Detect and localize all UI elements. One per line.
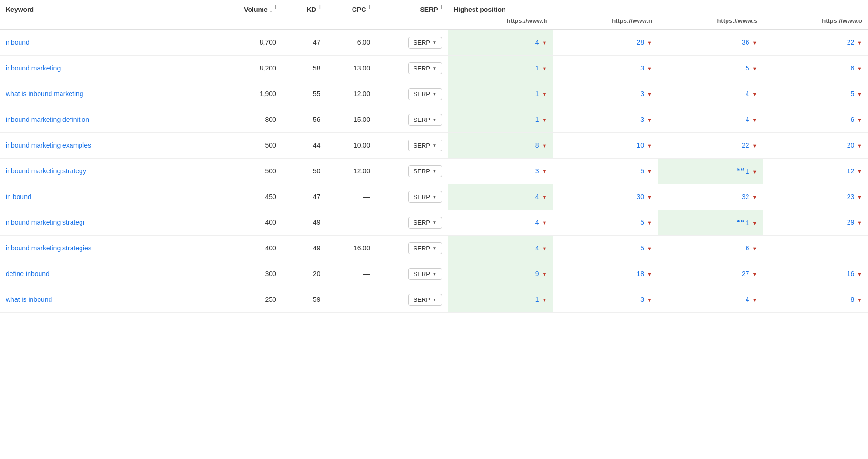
position-arrow: ▼ — [752, 66, 757, 71]
position-cell-4[interactable]: 5 ▼ — [763, 81, 868, 107]
serp-dropdown-arrow: ▼ — [432, 220, 437, 225]
position-cell-3[interactable]: ❝❝1 ▼ — [658, 210, 763, 235]
keyword-cell[interactable]: define inbound — [0, 261, 210, 287]
position-value: 3 — [640, 64, 644, 72]
keyword-cell[interactable]: inbound marketing examples — [0, 132, 210, 158]
col-header-serp[interactable]: SERP i — [376, 0, 448, 14]
position-cell-2[interactable]: 10 ▼ — [553, 132, 657, 158]
serp-cell[interactable]: SERP ▼ — [376, 158, 448, 184]
keyword-cell[interactable]: inbound marketing strategies — [0, 235, 210, 261]
position-cell-3[interactable]: ❝❝1 ▼ — [658, 158, 763, 184]
serp-cell[interactable]: SERP ▼ — [376, 107, 448, 132]
position-cell-1[interactable]: 1 ▼ — [448, 55, 553, 81]
position-cell-3[interactable]: 36 ▼ — [658, 30, 763, 56]
position-cell-1[interactable]: 8 ▼ — [448, 132, 553, 158]
keyword-cell[interactable]: inbound marketing strategy — [0, 158, 210, 184]
position-cell-1[interactable]: 9 ▼ — [448, 261, 553, 287]
position-cell-1[interactable]: 3 ▼ — [448, 158, 553, 184]
serp-button[interactable]: SERP ▼ — [408, 37, 442, 49]
position-cell-4[interactable]: 8 ▼ — [763, 287, 868, 312]
serp-button[interactable]: SERP ▼ — [408, 62, 442, 74]
position-cell-2[interactable]: 3 ▼ — [553, 287, 657, 312]
serp-button[interactable]: SERP ▼ — [408, 114, 442, 126]
serp-button-label: SERP — [414, 90, 430, 98]
serp-button[interactable]: SERP ▼ — [408, 268, 442, 280]
position-cell-1[interactable]: 1 ▼ — [448, 287, 553, 312]
position-cell-2[interactable]: 3 ▼ — [553, 81, 657, 107]
position-cell-4[interactable]: — — [763, 235, 868, 261]
keyword-cell[interactable]: what is inbound — [0, 287, 210, 312]
position-cell-2[interactable]: 18 ▼ — [553, 261, 657, 287]
position-cell-4[interactable]: 23 ▼ — [763, 184, 868, 210]
position-value: 1 — [535, 116, 539, 123]
col-header-kd[interactable]: KD i — [282, 0, 326, 14]
position-arrow: ▼ — [647, 143, 652, 149]
position-cell-3[interactable]: 4 ▼ — [658, 81, 763, 107]
position-value: 6 — [746, 244, 749, 252]
serp-button[interactable]: SERP ▼ — [408, 140, 442, 151]
serp-cell[interactable]: SERP ▼ — [376, 287, 448, 312]
keyword-cell[interactable]: in bound — [0, 184, 210, 210]
keyword-cell[interactable]: inbound — [0, 30, 210, 56]
position-cell-2[interactable]: 5 ▼ — [553, 235, 657, 261]
col-header-cpc[interactable]: CPC i — [326, 0, 376, 14]
table-row: inbound8,700476.00SERP ▼4 ▼28 ▼36 ▼22 ▼ — [0, 30, 868, 56]
serp-cell[interactable]: SERP ▼ — [376, 132, 448, 158]
position-cell-2[interactable]: 3 ▼ — [553, 55, 657, 81]
serp-button[interactable]: SERP ▼ — [408, 165, 442, 177]
serp-button[interactable]: SERP ▼ — [408, 242, 442, 254]
cpc-cell: 13.00 — [326, 55, 376, 81]
position-cell-3[interactable]: 6 ▼ — [658, 235, 763, 261]
position-cell-1[interactable]: 4 ▼ — [448, 184, 553, 210]
position-cell-3[interactable]: 5 ▼ — [658, 55, 763, 81]
position-cell-2[interactable]: 3 ▼ — [553, 107, 657, 132]
position-cell-3[interactable]: 22 ▼ — [658, 132, 763, 158]
position-cell-1[interactable]: 1 ▼ — [448, 81, 553, 107]
position-cell-3[interactable]: 4 ▼ — [658, 107, 763, 132]
position-cell-2[interactable]: 30 ▼ — [553, 184, 657, 210]
position-value: 4 — [535, 244, 539, 252]
position-cell-4[interactable]: 6 ▼ — [763, 107, 868, 132]
keyword-cell[interactable]: inbound marketing strategi — [0, 210, 210, 235]
position-cell-2[interactable]: 5 ▼ — [553, 158, 657, 184]
volume-cell: 400 — [210, 235, 282, 261]
serp-button[interactable]: SERP ▼ — [408, 294, 442, 306]
table-body: inbound8,700476.00SERP ▼4 ▼28 ▼36 ▼22 ▼i… — [0, 30, 868, 313]
serp-cell[interactable]: SERP ▼ — [376, 184, 448, 210]
position-value: 1 — [535, 64, 539, 72]
position-cell-4[interactable]: 16 ▼ — [763, 261, 868, 287]
serp-cell[interactable]: SERP ▼ — [376, 210, 448, 235]
keyword-cell[interactable]: inbound marketing definition — [0, 107, 210, 132]
position-arrow: ▼ — [752, 271, 757, 277]
position-cell-1[interactable]: 4 ▼ — [448, 235, 553, 261]
position-cell-2[interactable]: 28 ▼ — [553, 30, 657, 56]
keyword-cell[interactable]: what is inbound marketing — [0, 81, 210, 107]
position-cell-4[interactable]: 6 ▼ — [763, 55, 868, 81]
serp-cell[interactable]: SERP ▼ — [376, 235, 448, 261]
position-cell-1[interactable]: 4 ▼ — [448, 30, 553, 56]
serp-cell[interactable]: SERP ▼ — [376, 30, 448, 56]
col-header-volume[interactable]: Volume ↓ i — [210, 0, 282, 14]
serp-button[interactable]: SERP ▼ — [408, 217, 442, 229]
position-cell-4[interactable]: 12 ▼ — [763, 158, 868, 184]
position-cell-4[interactable]: 22 ▼ — [763, 30, 868, 56]
serp-dropdown-arrow: ▼ — [432, 194, 437, 200]
position-cell-4[interactable]: 20 ▼ — [763, 132, 868, 158]
serp-button[interactable]: SERP ▼ — [408, 191, 442, 203]
position-cell-2[interactable]: 5 ▼ — [553, 210, 657, 235]
position-cell-1[interactable]: 1 ▼ — [448, 107, 553, 132]
cpc-cell: 10.00 — [326, 132, 376, 158]
position-cell-3[interactable]: 32 ▼ — [658, 184, 763, 210]
position-cell-4[interactable]: 29 ▼ — [763, 210, 868, 235]
serp-button[interactable]: SERP ▼ — [408, 88, 442, 100]
position-cell-3[interactable]: 27 ▼ — [658, 261, 763, 287]
serp-cell[interactable]: SERP ▼ — [376, 81, 448, 107]
position-cell-1[interactable]: 4 ▼ — [448, 210, 553, 235]
position-value: 9 — [535, 270, 539, 278]
keyword-cell[interactable]: inbound marketing — [0, 55, 210, 81]
serp-cell[interactable]: SERP ▼ — [376, 261, 448, 287]
position-value: 12 — [847, 167, 855, 175]
info-icon-cpc: i — [369, 5, 370, 10]
serp-cell[interactable]: SERP ▼ — [376, 55, 448, 81]
position-cell-3[interactable]: 4 ▼ — [658, 287, 763, 312]
